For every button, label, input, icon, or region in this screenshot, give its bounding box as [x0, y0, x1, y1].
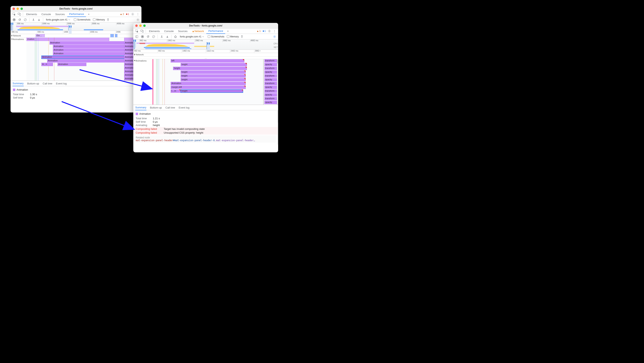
flame-item[interactable]: Animation — [53, 45, 132, 48]
tab-network[interactable]: ▲ Network — [190, 29, 206, 34]
network-item[interactable]: tSe… — [36, 34, 45, 37]
panel-settings-icon[interactable] — [272, 34, 277, 39]
flame-item[interactable]: transform — [264, 89, 277, 93]
device-icon[interactable] — [140, 29, 144, 34]
flame-item[interactable]: height — [181, 89, 243, 93]
flame-item[interactable]: height — [181, 74, 246, 78]
scrollbar-thumb[interactable] — [277, 60, 278, 64]
flame-item[interactable]: t…m — [171, 89, 181, 93]
dock-icon[interactable] — [134, 34, 139, 39]
warnings-badge[interactable]: ▲ 2 — [120, 13, 124, 16]
record-icon[interactable] — [140, 34, 145, 39]
reload-icon[interactable] — [17, 17, 22, 22]
recording-select[interactable]: fonts.google.com #1 — [179, 35, 205, 39]
flame-item[interactable]: Animation — [171, 82, 246, 85]
flame-item[interactable]: opacity — [264, 78, 277, 82]
device-icon[interactable] — [17, 12, 22, 17]
dtab-calltree[interactable]: Call tree — [166, 105, 175, 110]
messages-badge[interactable]: ■ 1 — [262, 30, 266, 33]
download-icon[interactable] — [165, 34, 170, 39]
dtab-eventlog[interactable]: Event log — [179, 105, 190, 110]
timeline-overview[interactable]: ❚❚ 982 ms 1982 ms 2982 ms 3982 ms 4982 m… — [133, 40, 278, 50]
flame-item[interactable]: Animation — [42, 56, 131, 59]
flame-item[interactable]: height — [181, 63, 247, 66]
flame-chart[interactable]: imation AnimationAnimationAnimationAnima… — [26, 38, 142, 81]
reload-icon[interactable] — [146, 34, 150, 39]
errors-badge[interactable]: ■ 1 — [126, 13, 129, 16]
track-animations[interactable]: Animations — [133, 59, 153, 62]
kebab-icon[interactable]: ⋮ — [136, 12, 140, 17]
more-tabs-icon[interactable]: » — [86, 12, 91, 17]
flame-item[interactable]: opacity — [264, 71, 277, 74]
tab-console[interactable]: Console — [162, 29, 176, 34]
flame-item[interactable]: A…n — [42, 63, 53, 66]
tab-sources[interactable]: Sources — [53, 12, 67, 17]
flame-item[interactable]: height — [181, 78, 246, 82]
time-ruler[interactable]: 496 ms 996 ms 1496 ms 1996 ms 2496 — [10, 31, 142, 34]
track-animations[interactable]: Animations — [10, 38, 26, 41]
more-tabs-icon[interactable]: » — [226, 29, 230, 34]
flame-chart[interactable]: leftheightheightheightheightheightAnimat… — [153, 59, 278, 105]
tab-elements[interactable]: Elements — [147, 29, 162, 34]
inspect-icon[interactable] — [12, 12, 16, 17]
flame-item[interactable]: margin-left — [171, 86, 246, 89]
trash-icon[interactable] — [240, 34, 244, 39]
dtab-summary[interactable]: Summary — [135, 105, 146, 110]
flame-item[interactable]: opacity — [264, 101, 277, 104]
flame-item[interactable]: Animation — [53, 48, 131, 52]
record-icon[interactable] — [12, 17, 16, 22]
tab-performance[interactable]: Performance — [67, 12, 86, 17]
track-network[interactable]: Network — [10, 34, 26, 37]
flame-item[interactable]: opacity — [264, 63, 277, 66]
dtab-calltree[interactable]: Call tree — [43, 81, 52, 86]
flame-item[interactable]: height — [173, 67, 247, 70]
track-network[interactable]: Network — [133, 53, 149, 56]
download-icon[interactable] — [36, 17, 42, 22]
flame-item[interactable]: opacity — [264, 86, 277, 89]
collapsed-ellipsis[interactable]: … — [133, 57, 278, 59]
flame-item[interactable]: height — [181, 71, 246, 74]
clear-icon[interactable] — [23, 17, 28, 22]
flame-item[interactable]: transform — [264, 67, 277, 70]
memory-checkbox[interactable]: Memory — [227, 35, 239, 38]
related-node-link[interactable]: mat-expansion-panel-header#mat-expansion… — [136, 139, 276, 142]
flame-item[interactable]: transform — [264, 74, 277, 78]
tab-elements[interactable]: Elements — [24, 12, 39, 17]
kebab-icon[interactable]: ⋮ — [272, 29, 277, 34]
timeline-overview[interactable]: ❚❚ 996 ms 1996 ms 2996 ms 3996 ms 4996 m… — [10, 23, 142, 31]
scrollbar-thumb[interactable] — [278, 111, 278, 123]
memory-checkbox[interactable]: Memory — [93, 18, 105, 21]
tab-sources[interactable]: Sources — [176, 29, 190, 34]
flame-item[interactable]: transform — [264, 82, 277, 85]
pause-icon[interactable]: ❚❚ — [207, 42, 210, 51]
screenshots-checkbox[interactable]: Screenshots — [208, 35, 224, 38]
time-ruler[interactable]: 482 ms 982 ms 1482 ms 1982 ms 2482 ms 29… — [133, 50, 278, 53]
inspect-icon[interactable] — [134, 29, 139, 34]
flame-item[interactable]: transform — [264, 97, 277, 100]
flame-item[interactable]: transform — [264, 59, 277, 63]
upload-icon[interactable] — [159, 34, 164, 39]
flame-item[interactable]: Animation — [50, 41, 130, 45]
recording-select[interactable]: fonts.google.com #1 — [45, 18, 72, 22]
dtab-summary[interactable]: Summary — [12, 81, 24, 86]
warnings-badge[interactable]: ▲ 1 — [256, 30, 260, 33]
upload-icon[interactable] — [31, 17, 36, 22]
settings-icon[interactable] — [267, 29, 272, 34]
flame-item[interactable]: left — [171, 59, 244, 63]
clear-icon[interactable] — [151, 34, 156, 39]
flame-item[interactable]: Animation — [53, 52, 131, 55]
flame-item[interactable]: opacity — [264, 93, 277, 97]
dtab-bottomup[interactable]: Bottom-up — [150, 105, 162, 110]
screenshots-checkbox[interactable]: Screenshots — [74, 18, 90, 21]
settings-icon[interactable] — [130, 12, 135, 17]
dtab-eventlog[interactable]: Event log — [56, 81, 67, 86]
panel-settings-icon[interactable] — [136, 17, 140, 22]
home-icon[interactable] — [173, 34, 178, 39]
tab-console[interactable]: Console — [40, 12, 53, 17]
trash-icon[interactable] — [106, 17, 110, 22]
pause-icon[interactable]: ❚❚ — [69, 25, 72, 34]
flame-item[interactable]: Animation — [58, 63, 86, 66]
flame-item[interactable]: Animation — [47, 59, 134, 63]
dtab-bottomup[interactable]: Bottom-up — [27, 81, 39, 86]
tab-performance[interactable]: Performance — [206, 29, 225, 34]
